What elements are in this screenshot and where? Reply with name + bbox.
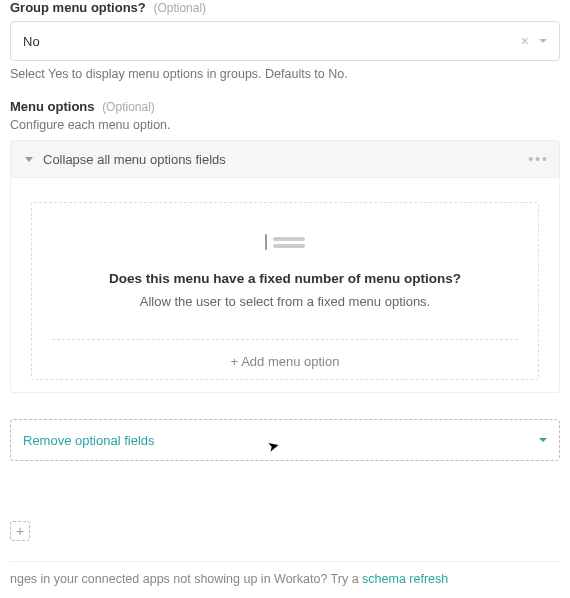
plus-icon: + bbox=[10, 521, 30, 541]
input-placeholder-icon bbox=[260, 233, 310, 251]
footer-text: nges in your connected apps not showing … bbox=[10, 572, 362, 586]
group-menu-label: Group menu options? bbox=[10, 0, 146, 15]
add-menu-option-button[interactable]: +Add menu option bbox=[52, 339, 518, 369]
group-menu-help: Select Yes to display menu options in gr… bbox=[10, 67, 560, 81]
chevron-down-icon bbox=[539, 438, 547, 442]
group-menu-value: No bbox=[23, 34, 513, 49]
menu-options-desc: Configure each menu option. bbox=[10, 118, 560, 132]
schema-refresh-link[interactable]: schema refresh bbox=[362, 572, 448, 586]
chevron-down-icon bbox=[25, 157, 33, 162]
collapse-body: Does this menu have a fixed number of me… bbox=[10, 178, 560, 393]
group-menu-select[interactable]: No × bbox=[10, 21, 560, 61]
menu-options-field: Menu options (Optional) Configure each m… bbox=[10, 99, 560, 393]
add-label: Add menu option bbox=[241, 354, 339, 369]
menu-options-optional: (Optional) bbox=[102, 100, 155, 114]
group-menu-field: Group menu options? (Optional) No × Sele… bbox=[10, 0, 560, 81]
more-icon[interactable]: ••• bbox=[528, 151, 549, 167]
chevron-down-icon bbox=[539, 39, 547, 43]
add-step-button[interactable]: + bbox=[10, 521, 30, 541]
plus-icon: + bbox=[231, 354, 239, 369]
empty-subtitle: Allow the user to select from a fixed me… bbox=[52, 294, 518, 309]
group-menu-optional: (Optional) bbox=[153, 1, 206, 15]
collapse-label: Collapse all menu options fields bbox=[43, 152, 226, 167]
remove-optional-fields-button[interactable]: Remove optional fields bbox=[10, 419, 560, 461]
remove-label: Remove optional fields bbox=[23, 433, 155, 448]
empty-state-box: Does this menu have a fixed number of me… bbox=[31, 202, 539, 380]
menu-options-label: Menu options bbox=[10, 99, 95, 114]
collapse-bar[interactable]: Collapse all menu options fields ••• bbox=[10, 140, 560, 178]
clear-icon[interactable]: × bbox=[521, 33, 529, 49]
footer-hint: nges in your connected apps not showing … bbox=[10, 561, 560, 586]
empty-title: Does this menu have a fixed number of me… bbox=[52, 271, 518, 286]
